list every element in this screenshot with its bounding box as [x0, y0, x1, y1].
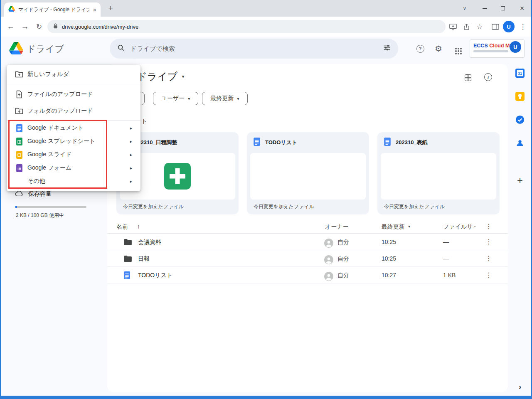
file-card-title: 202310_表紙 [396, 139, 428, 146]
calendar-icon[interactable]: 31 [515, 68, 525, 78]
grid-view-toggle[interactable] [463, 73, 473, 83]
maximize-button[interactable] [494, 0, 512, 17]
modified-time: 10:27 [382, 267, 396, 283]
sort-ascending-icon[interactable]: ↑ [137, 219, 140, 234]
keep-icon[interactable] [515, 91, 525, 101]
window-close-button[interactable]: × [513, 0, 531, 17]
google-slides-icon [15, 151, 23, 159]
reload-button[interactable]: ↻ [32, 20, 46, 33]
menu-item-new-folder[interactable]: 新しいフォルダ [7, 65, 140, 84]
file-card[interactable]: TODOリスト 今日変更を加えたファイル [247, 132, 369, 214]
minimize-button[interactable] [475, 0, 494, 17]
drive-favicon [8, 6, 15, 13]
menu-item-more[interactable]: その他 ▸ [7, 175, 140, 188]
owner-name: 自分 [337, 250, 349, 267]
tab-close-icon[interactable]: × [93, 7, 96, 13]
column-header-modified[interactable]: 最終更新 [382, 219, 405, 234]
window-edge [0, 0, 1, 399]
new-menu: 新しいフォルダ ファイルのアップロード フォルダのアップロード Google ド… [7, 65, 140, 191]
new-tab-button[interactable]: + [106, 3, 116, 13]
sidebar-item-storage[interactable]: 保存容量 [15, 190, 52, 198]
suggested-cards: 202310_日程調整 今日変更を加えたファイル TODOリスト 今日変更を加え… [116, 132, 500, 214]
file-card-reason: 今日変更を加えたファイル [123, 203, 184, 210]
section-heading-fragment: ト [141, 118, 147, 125]
owner-name: 自分 [337, 234, 349, 250]
file-name: TODOリスト [138, 267, 172, 283]
filter-chip-people[interactable]: ユーザー ▾ [153, 92, 198, 105]
tab-title: マイドライブ - Google ドライブ [18, 6, 89, 13]
owner-avatar [324, 271, 333, 287]
menu-item-google-docs[interactable]: Google ドキュメント ▸ [7, 121, 140, 135]
grid-view-icon [465, 74, 471, 81]
menu-item-google-slides[interactable]: Google スライド ▸ [7, 148, 140, 161]
file-upload-icon [15, 90, 23, 99]
filter-chip-modified[interactable]: 最終更新 ▾ [202, 92, 248, 105]
storage-progress-bar [15, 206, 86, 208]
back-button[interactable]: ← [4, 20, 17, 33]
minimize-icon [483, 8, 487, 9]
browser-tab[interactable]: マイドライブ - Google ドライブ × [4, 2, 101, 17]
row-options-icon[interactable]: ⋮ [485, 250, 492, 267]
url-text: drive.google.com/drive/my-drive [62, 24, 138, 30]
file-card-thumbnail [250, 153, 366, 200]
row-options-icon[interactable]: ⋮ [485, 267, 492, 283]
contacts-icon[interactable] [515, 138, 525, 148]
help-button[interactable]: ? [415, 44, 425, 54]
menu-item-google-sheets[interactable]: Google スプレッドシート ▸ [7, 135, 140, 148]
file-name: 会議資料 [138, 234, 161, 250]
menu-item-label: Google ドキュメント [27, 124, 84, 132]
address-bar[interactable]: drive.google.com/drive/my-drive [47, 20, 446, 33]
modified-time: 10:25 [382, 250, 396, 267]
bookmark-star-icon[interactable]: ☆ [473, 20, 486, 33]
menu-divider [7, 85, 140, 85]
table-row[interactable]: 会議資料 自分 10:25 — ⋮ [107, 234, 508, 250]
sheets-logo-icon [164, 163, 191, 190]
column-options-icon[interactable]: ⋮ [485, 219, 492, 234]
google-docs-icon [384, 138, 391, 148]
file-table-header: 名前 ↑ オーナー 最終更新 ▾ ファイルサイズ ⋮ [107, 219, 508, 234]
table-row[interactable]: TODOリスト 自分 10:27 1 KB ⋮ [107, 267, 508, 283]
browser-toolbar: ← → ↻ drive.google.com/drive/my-drive ☆ … [0, 17, 532, 37]
column-header-name[interactable]: 名前 [116, 219, 128, 234]
app-name: ドライブ [27, 43, 64, 55]
folder-upload-icon [15, 107, 23, 115]
storage-label: 保存容量 [28, 190, 52, 198]
apps-grid-icon[interactable] [451, 44, 461, 54]
chevron-down-icon: ▾ [188, 96, 190, 101]
menu-item-file-upload[interactable]: ファイルのアップロード [7, 86, 140, 103]
folder-icon [124, 250, 132, 267]
table-row[interactable]: 日報 自分 10:25 — ⋮ [107, 250, 508, 267]
submenu-arrow-icon: ▸ [130, 126, 132, 131]
google-forms-icon [15, 164, 23, 172]
drive-logo [9, 42, 23, 56]
install-app-icon[interactable] [446, 20, 460, 33]
menu-item-label: 新しいフォルダ [27, 71, 69, 78]
menu-item-google-forms[interactable]: Google フォーム ▸ [7, 161, 140, 175]
file-card[interactable]: 202310_表紙 今日変更を加えたファイル [377, 132, 500, 214]
row-options-icon[interactable]: ⋮ [485, 234, 492, 250]
drive-avatar[interactable]: U [510, 41, 521, 53]
browser-menu-icon[interactable]: ⋮ [516, 20, 530, 33]
google-docs-icon [124, 267, 130, 283]
drive-search-bar[interactable]: ドライブで検索 [110, 39, 398, 59]
menu-item-label: フォルダのアップロード [27, 107, 93, 115]
details-info-icon[interactable]: i [484, 73, 492, 81]
browser-avatar[interactable]: U [503, 21, 515, 32]
file-card-header: TODOリスト [247, 132, 369, 153]
tab-search-icon[interactable]: ∨ [456, 0, 474, 17]
menu-item-label: ファイルのアップロード [27, 91, 93, 98]
share-icon[interactable] [460, 20, 473, 33]
menu-item-folder-upload[interactable]: フォルダのアップロード [7, 103, 140, 119]
tasks-icon[interactable] [515, 115, 525, 125]
side-panel-rail: 31 + › [508, 61, 532, 396]
side-panel-collapse-icon[interactable]: › [515, 382, 525, 392]
get-addons-icon[interactable]: + [515, 175, 525, 185]
settings-button[interactable]: ⚙ [433, 44, 443, 54]
side-panel-icon[interactable] [489, 20, 502, 33]
search-options-icon[interactable] [383, 44, 391, 53]
google-docs-icon [254, 138, 260, 148]
submenu-arrow-icon: ▸ [130, 165, 132, 171]
forward-button[interactable]: → [18, 20, 32, 33]
chevron-down-icon: ▾ [408, 219, 410, 234]
svg-text:31: 31 [518, 71, 522, 76]
